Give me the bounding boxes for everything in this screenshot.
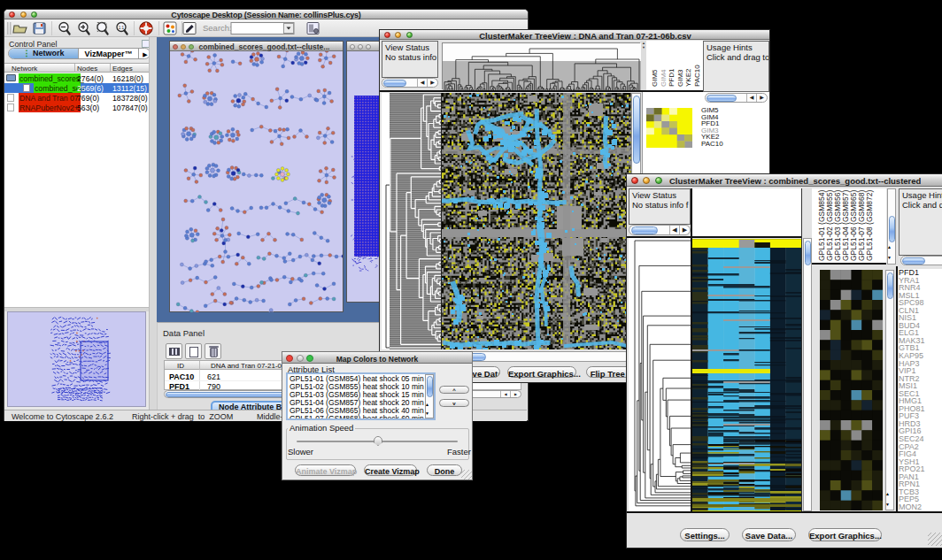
svg-text:1:1: 1:1: [119, 26, 125, 30]
svg-text:Search:: Search:: [203, 23, 232, 33]
